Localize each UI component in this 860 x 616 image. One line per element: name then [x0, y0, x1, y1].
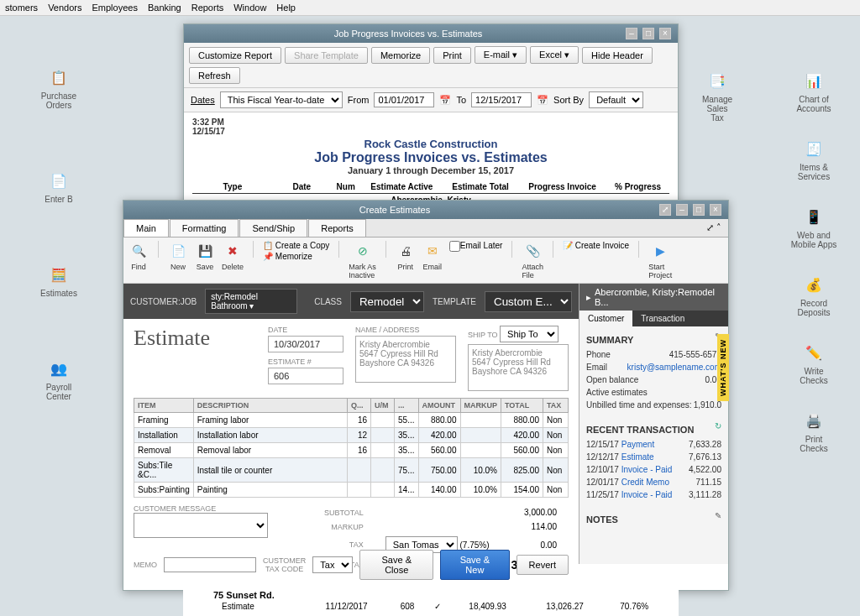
payroll-center-icon[interactable]: 👥Payroll Center	[46, 357, 72, 401]
date-label: DATE	[268, 326, 343, 334]
line-item-row[interactable]: FramingFraming labor1655...880.00880.00N…	[134, 413, 569, 428]
minimize-button[interactable]: –	[676, 204, 688, 216]
tab-formatting[interactable]: Formatting	[170, 219, 239, 237]
web-mobile-icon[interactable]: 📱Web and Mobile Apps	[791, 205, 836, 249]
refresh-button[interactable]: Refresh	[189, 67, 240, 84]
template-select[interactable]: Custom E...	[485, 291, 572, 312]
menu-window[interactable]: Window	[233, 3, 266, 13]
calendar-icon[interactable]: 📅	[537, 95, 548, 106]
create-invoice-button[interactable]: 📝 Create Invoice	[563, 241, 629, 250]
menu-vendors[interactable]: Vendors	[48, 3, 81, 13]
memorize-button[interactable]: Memorize	[371, 47, 430, 64]
new-button[interactable]: 📄New	[168, 241, 188, 271]
bill-address[interactable]: Kristy Abercrombie 5647 Cypress Hill Rd …	[355, 336, 456, 383]
minimize-button[interactable]: –	[626, 28, 637, 39]
shipto-select[interactable]: Ship To 1	[500, 326, 558, 342]
share-template-button[interactable]: Share Template	[285, 47, 368, 64]
ship-address[interactable]: Kristy Abercrombie 5647 Cypress Hill Rd …	[468, 344, 569, 391]
date-input[interactable]	[268, 336, 343, 352]
excel-button[interactable]: Excel ▾	[530, 46, 579, 64]
revert-button[interactable]: Revert	[517, 555, 569, 575]
attach-file-button[interactable]: 📎Attach File	[522, 241, 543, 279]
manage-sales-tax-icon[interactable]: 📑Manage Sales Tax	[702, 69, 732, 123]
expand-button[interactable]: ⤢	[659, 204, 671, 216]
col-active[interactable]: Estimate Active	[361, 180, 443, 194]
edit-notes-icon[interactable]: ✎	[715, 511, 721, 528]
write-checks-icon[interactable]: ✏️Write Checks	[800, 341, 827, 385]
delete-button[interactable]: ✖Delete	[222, 241, 244, 271]
clipboard-icon: 📋	[47, 65, 71, 89]
save-close-button[interactable]: Save & Close	[359, 550, 433, 580]
estimate-num-input[interactable]	[268, 368, 343, 384]
customer-message-select[interactable]	[134, 513, 268, 538]
find-button[interactable]: 🔍Find	[128, 241, 149, 271]
memorize-button[interactable]: 📌 Memorize	[263, 252, 329, 261]
record-deposits-icon[interactable]: 💰Record Deposits	[798, 273, 831, 317]
line-item-row[interactable]: Subs:PaintingPainting14...140.0010.0%154…	[134, 483, 569, 498]
col-type[interactable]: Type	[192, 180, 273, 194]
create-copy-button[interactable]: 📋 Create a Copy	[263, 241, 329, 250]
line-item-row[interactable]: InstallationInstallation labor1235...420…	[134, 428, 569, 443]
recent-txn-row[interactable]: 12/12/17 Estimate7,676.13	[586, 451, 721, 463]
purchase-orders-icon[interactable]: 📋Purchase Orders	[41, 65, 76, 110]
email-link[interactable]: kristy@samplename.com	[627, 363, 721, 372]
print-checks-icon[interactable]: 🖨️Print Checks	[800, 409, 827, 453]
tab-main[interactable]: Main	[123, 219, 169, 237]
line-item-row[interactable]: Subs:Tile &C...Install tile or counter75…	[134, 458, 569, 483]
recent-txn-row[interactable]: 11/25/17 Invoice - Paid3,111.28	[586, 488, 721, 501]
menu-banking[interactable]: Banking	[148, 3, 181, 13]
refresh-recent-icon[interactable]: ↻	[715, 421, 721, 438]
customerjob-select[interactable]: sty:Remodel Bathroom ▾	[205, 289, 297, 314]
maximize-button[interactable]: □	[642, 28, 654, 39]
from-date-input[interactable]	[374, 92, 434, 107]
taxcode-select[interactable]: Tax	[312, 556, 353, 573]
recent-txn-row[interactable]: 12/10/17 Invoice - Paid4,522.00	[586, 463, 721, 476]
table-row[interactable]: Estimate11/12/2017608✓18,409.9313,026.27…	[197, 600, 665, 613]
col-total[interactable]: Estimate Total	[443, 180, 518, 194]
memo-input[interactable]	[164, 557, 256, 572]
mark-inactive-button[interactable]: ⊘Mark As Inactive	[349, 241, 376, 279]
recent-txn-row[interactable]: 12/15/17 Payment7,633.28	[586, 438, 721, 451]
whats-new-tab[interactable]: WHAT'S NEW	[717, 334, 729, 401]
email-button[interactable]: ✉Email	[422, 241, 443, 271]
chart-accounts-icon[interactable]: 📊Chart of Accounts	[796, 69, 831, 113]
save-new-button[interactable]: Save & New	[440, 550, 509, 580]
hide-header-button[interactable]: Hide Header	[582, 47, 653, 64]
print-button[interactable]: 🖨Print	[396, 241, 416, 271]
chevron-up-icon[interactable]: ˄	[716, 222, 721, 232]
start-project-button[interactable]: ▶Start Project	[648, 241, 672, 279]
line-item-row[interactable]: RemovalRemoval labor1635...560.00560.00N…	[134, 443, 569, 458]
col-progress[interactable]: % Progress	[606, 180, 669, 194]
menu-employees[interactable]: Employees	[92, 3, 138, 13]
sortby-select[interactable]: Default	[589, 91, 643, 108]
print-button[interactable]: Print	[433, 47, 471, 64]
menu-customers[interactable]: stomers	[5, 3, 38, 13]
tab-sendship[interactable]: Send/Ship	[239, 219, 307, 237]
enter-bills-icon[interactable]: 📄Enter B	[45, 169, 72, 204]
col-date[interactable]: Date	[273, 180, 331, 194]
customize-report-button[interactable]: Customize Report	[189, 47, 281, 64]
menu-reports[interactable]: Reports	[191, 3, 224, 13]
menu-help[interactable]: Help	[276, 3, 296, 13]
side-tab-customer[interactable]: Customer	[579, 311, 632, 326]
col-num[interactable]: Num	[331, 180, 361, 194]
col-invoice[interactable]: Progress Invoice	[518, 180, 606, 194]
maximize-button[interactable]: □	[693, 204, 705, 216]
to-date-input[interactable]	[471, 92, 532, 107]
email-later-checkbox[interactable]	[449, 241, 460, 252]
dates-select[interactable]: This Fiscal Year-to-date	[220, 91, 343, 108]
close-button[interactable]: ×	[710, 204, 721, 216]
save-button[interactable]: 💾Save	[195, 241, 215, 271]
email-button[interactable]: E-mail ▾	[475, 46, 527, 64]
estimates-icon[interactable]: 🧮Estimates	[40, 263, 77, 298]
side-tab-transaction[interactable]: Transaction	[632, 311, 693, 326]
recent-txn-row[interactable]: 12/01/17 Credit Memo711.15	[586, 476, 721, 488]
tab-reports[interactable]: Reports	[308, 219, 366, 237]
doc-icon: 📄	[47, 169, 71, 192]
close-button[interactable]: ×	[659, 28, 671, 39]
expand-ribbon-icon[interactable]: ⤢	[706, 222, 714, 232]
calendar-icon[interactable]: 📅	[439, 95, 451, 106]
items-services-icon[interactable]: 🧾Items & Services	[798, 137, 830, 181]
class-select[interactable]: Remodel	[350, 291, 424, 312]
delete-icon: ✖	[223, 241, 243, 261]
